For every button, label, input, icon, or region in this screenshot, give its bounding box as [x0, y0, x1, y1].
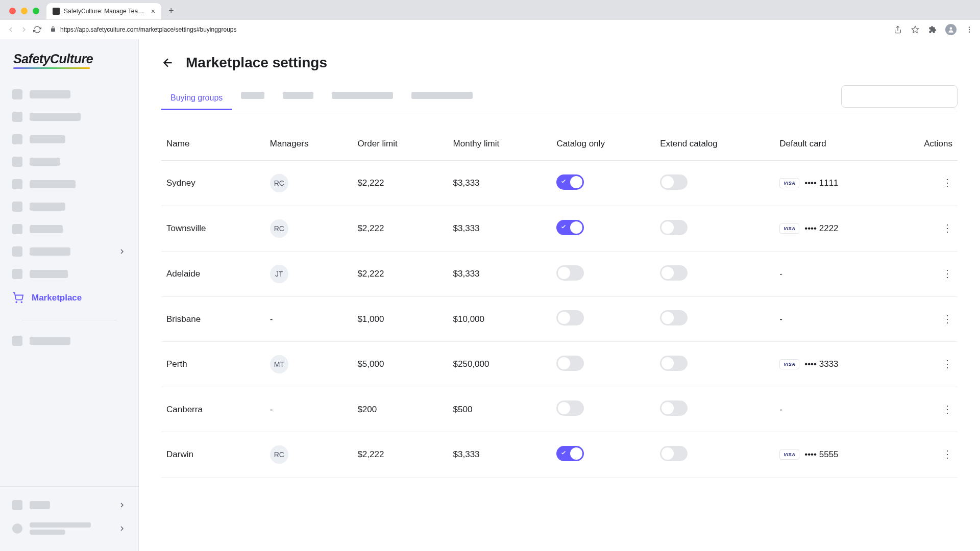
catalog-only-toggle[interactable] — [556, 400, 584, 416]
extensions-icon[interactable] — [928, 25, 937, 34]
tab-buying-groups[interactable]: Buying groups — [161, 87, 232, 110]
manager-avatar[interactable]: JT — [270, 265, 288, 283]
cell-extend-catalog — [655, 206, 774, 252]
extend-catalog-toggle[interactable] — [660, 174, 688, 190]
cell-default-card: VISA•••• 5555 — [774, 432, 902, 478]
profile-avatar-icon[interactable] — [945, 24, 957, 35]
star-icon[interactable] — [911, 25, 920, 34]
row-actions-menu-icon[interactable]: ⋮ — [942, 222, 952, 234]
cell-order-limit: $2,222 — [352, 252, 448, 297]
tab-placeholder[interactable] — [283, 92, 313, 99]
card-last4: •••• 3333 — [804, 359, 838, 369]
row-actions-menu-icon[interactable]: ⋮ — [942, 268, 952, 279]
sidebar-item-marketplace[interactable]: Marketplace — [9, 287, 129, 309]
window-maximize-button[interactable] — [33, 8, 39, 14]
tab-close-icon[interactable]: × — [151, 7, 155, 15]
cell-catalog-only — [551, 387, 655, 432]
table-row: Brisbane-$1,000$10,000-⋮ — [161, 297, 958, 342]
search-input[interactable] — [841, 85, 958, 108]
lock-icon — [50, 26, 56, 33]
row-actions-menu-icon[interactable]: ⋮ — [942, 448, 952, 460]
row-actions-menu-icon[interactable]: ⋮ — [942, 358, 952, 369]
sidebar-nav: Marketplace — [0, 80, 138, 355]
catalog-only-toggle[interactable] — [556, 310, 584, 325]
cell-default-card: VISA•••• 1111 — [774, 161, 902, 206]
sidebar-item[interactable] — [9, 153, 129, 171]
sidebar-item[interactable] — [9, 220, 129, 238]
sidebar-item[interactable] — [9, 85, 129, 104]
catalog-only-toggle[interactable] — [556, 174, 584, 190]
page-title: Marketplace settings — [186, 55, 327, 71]
window-minimize-button[interactable] — [21, 8, 28, 14]
buying-groups-table-wrap: Name Managers Order limit Monthy limit C… — [139, 130, 980, 478]
cell-managers: RC — [265, 432, 353, 478]
row-actions-menu-icon[interactable]: ⋮ — [942, 404, 952, 415]
cell-catalog-only — [551, 432, 655, 478]
app-logo[interactable]: SafetyCulture — [0, 52, 138, 80]
manager-avatar[interactable]: RC — [270, 174, 288, 192]
row-actions-menu-icon[interactable]: ⋮ — [942, 313, 952, 324]
cell-order-limit: $2,222 — [352, 432, 448, 478]
cell-managers: - — [265, 297, 353, 342]
sidebar-item[interactable] — [9, 496, 129, 514]
tab-bar: SafetyCulture: Manage Teams and ... × + — [0, 0, 980, 19]
tab-placeholder[interactable] — [411, 92, 473, 99]
cell-catalog-only — [551, 252, 655, 297]
tab-placeholder[interactable] — [241, 92, 264, 99]
cell-actions: ⋮ — [902, 297, 958, 342]
extend-catalog-toggle[interactable] — [660, 446, 688, 461]
buying-groups-table: Name Managers Order limit Monthy limit C… — [161, 130, 958, 478]
cell-order-limit: $2,222 — [352, 161, 448, 206]
catalog-only-toggle[interactable] — [556, 446, 584, 461]
back-icon[interactable] — [6, 25, 15, 34]
catalog-only-toggle[interactable] — [556, 220, 584, 235]
tab-placeholder[interactable] — [332, 92, 393, 99]
forward-icon[interactable] — [19, 25, 29, 34]
svg-point-4 — [16, 302, 17, 303]
extend-catalog-toggle[interactable] — [660, 220, 688, 235]
back-arrow-icon[interactable] — [161, 56, 175, 69]
manager-avatar[interactable]: RC — [270, 445, 288, 464]
cell-actions: ⋮ — [902, 161, 958, 206]
chevron-right-icon — [118, 524, 126, 533]
catalog-only-toggle[interactable] — [556, 265, 584, 281]
cell-extend-catalog — [655, 387, 774, 432]
cell-managers: RC — [265, 161, 353, 206]
sidebar-item[interactable] — [9, 332, 129, 350]
cell-extend-catalog — [655, 432, 774, 478]
catalog-only-toggle[interactable] — [556, 356, 584, 371]
table-row: SydneyRC$2,222$3,333VISA•••• 1111⋮ — [161, 161, 958, 206]
window-close-button[interactable] — [9, 8, 16, 14]
cell-order-limit: $1,000 — [352, 297, 448, 342]
sidebar-item[interactable] — [9, 518, 129, 539]
url-bar[interactable]: https://app.safetyculture.com/marketplac… — [46, 26, 889, 33]
new-tab-button[interactable]: + — [161, 6, 181, 19]
cell-monthly-limit: $3,333 — [448, 432, 552, 478]
sidebar-item[interactable] — [9, 265, 129, 283]
cell-order-limit: $5,000 — [352, 342, 448, 387]
sidebar-item[interactable] — [9, 130, 129, 148]
manager-avatar[interactable]: RC — [270, 219, 288, 238]
sidebar-item[interactable] — [9, 175, 129, 193]
table-row: AdelaideJT$2,222$3,333-⋮ — [161, 252, 958, 297]
cell-extend-catalog — [655, 297, 774, 342]
extend-catalog-toggle[interactable] — [660, 310, 688, 325]
col-actions: Actions — [902, 130, 958, 161]
extend-catalog-toggle[interactable] — [660, 356, 688, 371]
table-row: TownsvilleRC$2,222$3,333VISA•••• 2222⋮ — [161, 206, 958, 252]
reload-icon[interactable] — [33, 25, 42, 34]
sidebar-item[interactable] — [9, 242, 129, 261]
extend-catalog-toggle[interactable] — [660, 400, 688, 416]
browser-tab[interactable]: SafetyCulture: Manage Teams and ... × — [46, 3, 161, 19]
card-last4: •••• 1111 — [804, 178, 838, 188]
cell-actions: ⋮ — [902, 252, 958, 297]
sidebar-item[interactable] — [9, 197, 129, 216]
row-actions-menu-icon[interactable]: ⋮ — [942, 177, 952, 188]
sidebar-item[interactable] — [9, 108, 129, 126]
cell-monthly-limit: $10,000 — [448, 297, 552, 342]
manager-avatar[interactable]: MT — [270, 355, 288, 373]
share-icon[interactable] — [893, 25, 902, 34]
chrome-menu-icon[interactable] — [965, 25, 974, 34]
cell-name: Darwin — [161, 432, 265, 478]
extend-catalog-toggle[interactable] — [660, 265, 688, 281]
